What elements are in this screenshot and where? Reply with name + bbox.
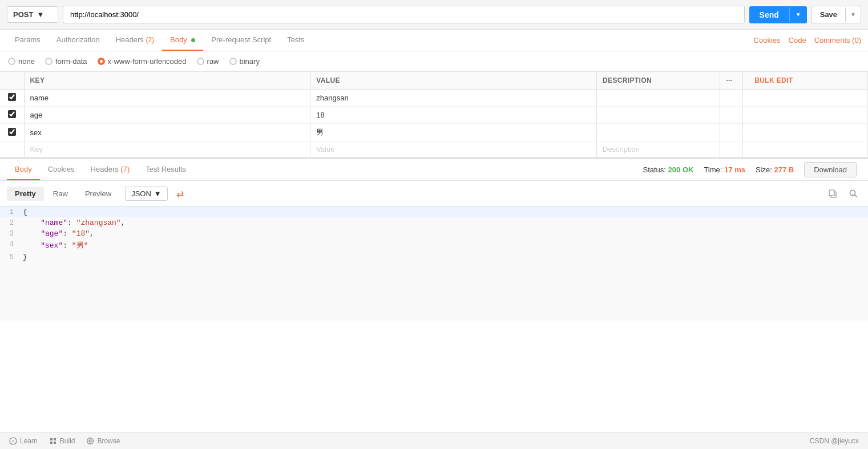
send-label: Send	[749, 6, 789, 23]
request-tabs: Params Authorization Headers (2) Body Pr…	[0, 30, 868, 51]
col-value-header: VALUE	[310, 72, 597, 90]
time-label-text: Time: 17 ms	[704, 165, 745, 174]
response-tabs-bar: Body Cookies Headers (7) Test Results St…	[0, 159, 868, 181]
row-checkbox-cell	[0, 90, 24, 107]
row-key[interactable]: sex	[24, 124, 310, 141]
option-formdata[interactable]: form-data	[45, 57, 87, 66]
row-description[interactable]	[597, 124, 720, 141]
top-bar: POST ▼ Send ▼ Save ▼	[0, 0, 868, 30]
url-input[interactable]	[63, 6, 745, 23]
row-more	[720, 90, 743, 107]
row-description[interactable]	[597, 107, 720, 124]
row-checkbox[interactable]	[8, 110, 16, 118]
row-description[interactable]	[597, 90, 720, 107]
option-none[interactable]: none	[8, 57, 35, 66]
size-label-text: Size: 277 B	[756, 165, 794, 174]
res-tab-testresults[interactable]: Test Results	[138, 159, 194, 180]
code-line: 5}	[0, 252, 868, 262]
cookies-link[interactable]: Cookies	[754, 36, 781, 45]
params-table-container: KEY VALUE DESCRIPTION ··· Bulk Edit name…	[0, 72, 868, 157]
body-options: none form-data x-www-form-urlencoded raw…	[0, 51, 868, 72]
save-button[interactable]: Save ▼	[812, 6, 861, 23]
table-row-placeholder: Key Value Description	[0, 141, 868, 157]
res-tab-headers[interactable]: Headers (7)	[83, 159, 138, 180]
line-number: 4	[0, 240, 23, 249]
line-number: 1	[0, 208, 23, 216]
tab-headers[interactable]: Headers (2)	[108, 30, 162, 51]
send-dropdown-arrow[interactable]: ▼	[789, 7, 807, 22]
row-checkbox-cell	[0, 124, 24, 141]
send-button[interactable]: Send ▼	[749, 6, 807, 23]
row-checkbox[interactable]	[8, 128, 16, 136]
placeholder-desc[interactable]: Description	[597, 141, 720, 157]
preview-button[interactable]: Preview	[77, 187, 119, 201]
line-number: 2	[0, 219, 23, 227]
code-line: 2 "name": "zhangsan",	[0, 217, 868, 228]
res-tab-cookies[interactable]: Cookies	[40, 159, 83, 180]
save-label: Save	[812, 6, 845, 23]
code-line: 1{	[0, 207, 868, 217]
copy-icon	[828, 189, 837, 198]
placeholder-key[interactable]: Key	[24, 141, 310, 157]
row-key[interactable]: age	[24, 107, 310, 124]
row-more	[720, 107, 743, 124]
row-value[interactable]: zhangsan	[310, 90, 597, 107]
radio-none	[8, 58, 15, 65]
bulk-edit-header[interactable]: Bulk Edit	[743, 72, 868, 90]
col-desc-header: DESCRIPTION	[597, 72, 720, 90]
line-number: 3	[0, 229, 23, 238]
row-value[interactable]: 男	[310, 124, 597, 141]
params-table: KEY VALUE DESCRIPTION ··· Bulk Edit name…	[0, 72, 868, 157]
table-row: sex 男	[0, 124, 868, 141]
tab-tests[interactable]: Tests	[279, 30, 312, 51]
pretty-button[interactable]: Pretty	[7, 187, 44, 201]
raw-button[interactable]: Raw	[45, 187, 76, 201]
time-value: 17 ms	[724, 165, 745, 174]
line-number: 5	[0, 253, 23, 261]
line-content: {	[23, 208, 868, 216]
tab-prerequest[interactable]: Pre-request Script	[203, 30, 279, 51]
option-binary[interactable]: binary	[229, 57, 260, 66]
tab-right-links: Cookies Code Comments (0)	[754, 36, 861, 45]
code-line: 3 "age": "18",	[0, 228, 868, 239]
format-select[interactable]: JSON ▼	[125, 187, 168, 201]
save-dropdown-arrow[interactable]: ▼	[845, 7, 861, 22]
placeholder-value[interactable]: Value	[310, 141, 597, 157]
table-row: age 18	[0, 107, 868, 124]
row-key[interactable]: name	[24, 90, 310, 107]
option-raw[interactable]: raw	[197, 57, 219, 66]
placeholder-checkbox-cell	[0, 141, 24, 157]
tab-body[interactable]: Body	[162, 30, 203, 51]
search-icon	[849, 189, 858, 198]
comments-link[interactable]: Comments (0)	[814, 36, 861, 45]
radio-formdata	[45, 58, 53, 65]
svg-line-3	[855, 195, 857, 197]
code-options-bar: Pretty Raw Preview JSON ▼ ⇄	[0, 181, 868, 207]
method-select[interactable]: POST ▼	[7, 6, 58, 23]
code-editor: 1{2 "name": "zhangsan",3 "age": "18",4 "…	[0, 207, 868, 321]
search-button[interactable]	[845, 185, 861, 201]
tab-params[interactable]: Params	[7, 30, 49, 51]
option-urlencoded[interactable]: x-www-form-urlencoded	[98, 57, 187, 66]
copy-button[interactable]	[825, 185, 841, 201]
line-content: "sex": "男"	[23, 240, 868, 250]
response-section: Body Cookies Headers (7) Test Results St…	[0, 157, 868, 321]
code-line: 4 "sex": "男"	[0, 239, 868, 252]
code-link[interactable]: Code	[789, 36, 806, 45]
row-checkbox-cell	[0, 107, 24, 124]
download-button[interactable]: Download	[804, 162, 857, 177]
status-label-text: Status: 200 OK	[643, 165, 694, 174]
status-value: 200 OK	[668, 165, 694, 174]
tab-authorization[interactable]: Authorization	[49, 30, 108, 51]
radio-raw	[197, 58, 204, 65]
method-arrow: ▼	[37, 10, 44, 19]
svg-rect-1	[829, 190, 834, 196]
row-value[interactable]: 18	[310, 107, 597, 124]
row-checkbox[interactable]	[8, 93, 16, 101]
wrap-icon: ⇄	[176, 188, 184, 199]
res-tab-body[interactable]: Body	[7, 159, 40, 180]
wrap-button[interactable]: ⇄	[172, 185, 188, 201]
col-key-header: KEY	[24, 72, 310, 90]
col-check-header	[0, 72, 24, 90]
response-status: Status: 200 OK Time: 17 ms Size: 277 B D…	[643, 162, 862, 177]
